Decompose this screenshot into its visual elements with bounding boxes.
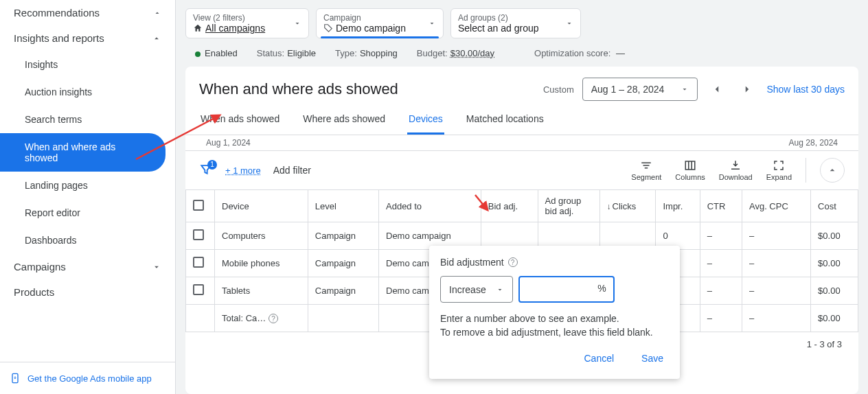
status-budget[interactable]: Budget:$30.00/day	[417, 48, 494, 58]
expand-button[interactable]: Expand	[766, 159, 792, 181]
selector-label: View (2 filters)	[193, 13, 265, 23]
bid-direction-dropdown[interactable]: Increase	[440, 276, 513, 303]
cell-cpc: –	[742, 305, 810, 332]
filter-button[interactable]: 1	[199, 163, 213, 178]
sidebar-item-label: Products	[14, 286, 54, 298]
column-level[interactable]: Level	[308, 190, 378, 222]
selector-adgroup[interactable]: Ad groups (2) Select an ad group	[450, 8, 581, 38]
tab-matched-locations[interactable]: Matched locations	[465, 113, 545, 135]
download-button[interactable]: Download	[719, 159, 753, 181]
sidebar-item-landing-pages[interactable]: Landing pages	[0, 172, 175, 199]
page-title: When and where ads showed	[199, 80, 398, 98]
chevron-down-icon	[152, 262, 161, 272]
sidebar-item-when-where[interactable]: When and where ads showed	[0, 133, 165, 172]
cell-total-label: Total: Ca… ?	[215, 305, 308, 332]
cell-cpc: –	[742, 222, 810, 250]
collapse-chart-button[interactable]	[820, 158, 845, 183]
chevron-up-icon	[827, 165, 838, 176]
help-icon[interactable]: ?	[269, 314, 278, 323]
cell-cost: $0.00	[811, 222, 858, 250]
chevron-up-icon	[152, 34, 161, 43]
enabled-dot-icon	[195, 51, 201, 57]
filter-more-link[interactable]: + 1 more	[225, 165, 261, 176]
columns-icon	[684, 159, 696, 172]
checkbox-icon[interactable]	[193, 229, 204, 240]
sort-desc-icon: ↓	[607, 202, 611, 211]
chart-date-span: Aug 1, 2024 Aug 28, 2024	[185, 135, 858, 151]
cell-cpc: –	[742, 250, 810, 277]
add-filter-button[interactable]: Add filter	[273, 165, 311, 176]
status-optimization: Optimization score: —	[534, 48, 625, 58]
tab-when-ads-showed[interactable]: When ads showed	[199, 113, 281, 135]
cell-cpc: –	[742, 277, 810, 305]
sidebar-campaigns[interactable]: Campaigns	[0, 254, 175, 279]
sidebar-item-report-editor[interactable]: Report editor	[0, 199, 175, 227]
status-enabled: Enabled	[195, 48, 238, 58]
selector-campaign[interactable]: Campaign Demo campaign	[316, 8, 444, 38]
caret-down-icon	[681, 85, 689, 93]
date-controls: Custom Aug 1 – 28, 2024 Show last 30 day…	[543, 78, 845, 101]
sidebar-item-label: Insights and reports	[14, 32, 104, 44]
column-impr[interactable]: Impr.	[656, 190, 700, 222]
mobile-app-link[interactable]: Get the Google Ads mobile app	[27, 373, 152, 384]
selector-value: All campaigns	[205, 23, 265, 34]
chevron-right-icon	[741, 83, 753, 95]
sidebar-products[interactable]: Products	[0, 279, 175, 305]
show-last-30-link[interactable]: Show last 30 days	[766, 84, 845, 95]
caret-down-icon	[293, 19, 301, 27]
column-cost[interactable]: Cost	[811, 190, 858, 222]
segment-button[interactable]: Segment	[631, 159, 661, 181]
checkbox-icon[interactable]	[193, 284, 204, 295]
cell-ctr: –	[700, 222, 742, 250]
help-icon[interactable]: ?	[508, 257, 518, 267]
column-device[interactable]: Device	[215, 190, 308, 222]
checkbox-icon[interactable]	[193, 257, 204, 268]
date-range-picker[interactable]: Aug 1 – 28, 2024	[582, 78, 698, 101]
report-tabs: When ads showed Where ads showed Devices…	[185, 104, 858, 135]
column-ctr[interactable]: CTR	[700, 190, 742, 222]
sidebar: Recommendations Insights and reports Ins…	[0, 0, 176, 394]
cell-device: Mobile phones	[215, 250, 308, 277]
cancel-button[interactable]: Cancel	[578, 349, 619, 368]
cell-level: Campaign	[308, 250, 378, 277]
date-prev-button[interactable]	[706, 78, 728, 100]
column-added-to[interactable]: Added to	[379, 190, 481, 222]
selector-label: Ad groups (2)	[458, 13, 539, 23]
caret-down-icon	[496, 286, 504, 294]
tab-devices[interactable]: Devices	[407, 113, 444, 135]
caret-down-icon	[565, 19, 573, 27]
popup-help-text: Enter a number above to see an example. …	[440, 312, 669, 339]
date-range-value: Aug 1 – 28, 2024	[591, 84, 665, 95]
column-bid-adj[interactable]: Bid adj.	[481, 190, 538, 222]
phone-download-icon	[10, 371, 21, 386]
table-toolbar: 1 + 1 more Add filter Segment Columns	[185, 151, 858, 189]
sidebar-item-dashboards[interactable]: Dashboards	[0, 227, 175, 254]
sidebar-item-label: Recommendations	[14, 7, 100, 19]
column-avg-cpc[interactable]: Avg. CPC	[742, 190, 810, 222]
toolbar-divider	[806, 158, 806, 183]
mobile-app-promo[interactable]: Get the Google Ads mobile app	[0, 362, 175, 394]
sidebar-recommendations[interactable]: Recommendations	[0, 0, 175, 25]
columns-button[interactable]: Columns	[675, 159, 705, 181]
header-checkbox[interactable]	[186, 190, 215, 222]
filter-badge: 1	[207, 160, 217, 170]
save-button[interactable]: Save	[636, 349, 669, 368]
chevron-left-icon	[711, 83, 723, 95]
cell-level: Campaign	[308, 222, 378, 250]
tab-where-ads-showed[interactable]: Where ads showed	[301, 113, 387, 135]
sidebar-item-search-terms[interactable]: Search terms	[0, 106, 175, 133]
selector-view[interactable]: View (2 filters) All campaigns	[185, 8, 309, 38]
status-eligible: Status:Eligible	[257, 48, 316, 58]
sidebar-item-insights[interactable]: Insights	[0, 51, 175, 78]
cell-cost: $0.00	[811, 277, 858, 305]
sidebar-insights-reports[interactable]: Insights and reports	[0, 25, 175, 51]
column-clicks[interactable]: ↓Clicks	[599, 190, 656, 222]
cell-level: Campaign	[308, 277, 378, 305]
sidebar-item-auction[interactable]: Auction insights	[0, 78, 175, 106]
dropdown-value: Increase	[449, 284, 486, 295]
bid-adjustment-popup: Bid adjustment ? Increase % Enter a numb…	[429, 246, 680, 379]
date-custom-label: Custom	[543, 84, 574, 95]
cell-device: Computers	[215, 222, 308, 250]
date-next-button[interactable]	[736, 78, 758, 100]
column-adgroup-bid-adj[interactable]: Ad group bid adj.	[538, 190, 599, 222]
